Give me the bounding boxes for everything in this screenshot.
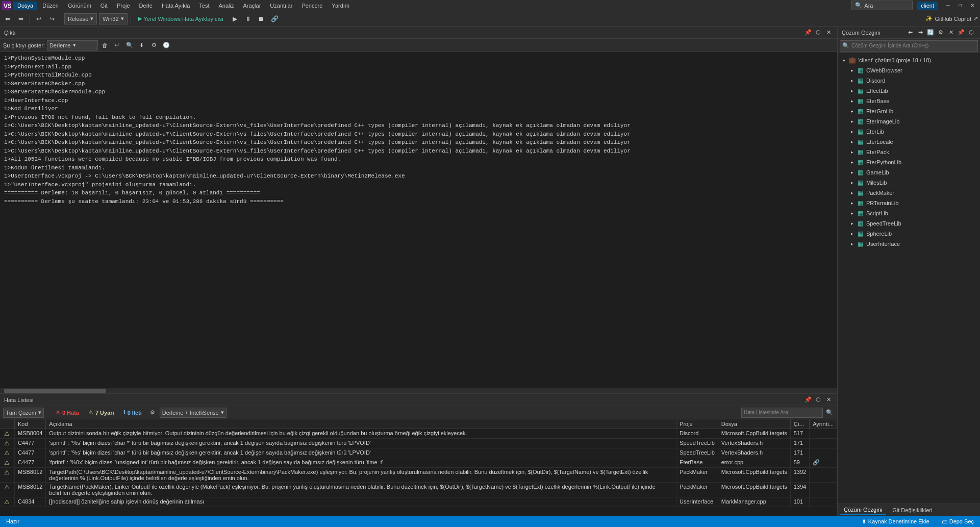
- restore-button[interactable]: □: [954, 2, 966, 10]
- solution-float-btn[interactable]: ⬡: [967, 28, 976, 37]
- warnings-filter-btn[interactable]: ⚠ 7 Uyarı: [85, 408, 118, 417]
- output-content[interactable]: 1>PythonSystemModule.cpp 1>PythonTextTai…: [0, 52, 837, 388]
- table-row[interactable]: ⚠ MSB8004 Output dizinini sonda bir eğik…: [0, 429, 837, 439]
- error-search-box[interactable]: Hata Listesinde Ara: [741, 408, 823, 418]
- cwebbrowser-expand-icon[interactable]: [848, 66, 856, 74]
- pause-btn[interactable]: ⏸: [242, 13, 254, 24]
- col-line[interactable]: Çı...: [790, 419, 809, 429]
- output-float-btn[interactable]: ⬡: [814, 28, 823, 37]
- stop-btn[interactable]: ⏹: [256, 13, 267, 24]
- solution-toolbar-btn5[interactable]: ✕: [946, 28, 956, 37]
- footer-tab-solution[interactable]: Çözüm Gezgini: [840, 506, 886, 515]
- menu-duzen[interactable]: Düzen: [38, 2, 63, 10]
- platform-dropdown[interactable]: Win32: [99, 13, 127, 24]
- github-copilot[interactable]: ✨ GitHub Copilot ↗: [925, 15, 978, 22]
- table-row[interactable]: ⚠ MSB8012 TargetPath(C:\Users\BCK\Deskto…: [0, 468, 837, 483]
- menu-derle[interactable]: Derle: [135, 2, 157, 10]
- output-pin-btn[interactable]: 📌: [803, 28, 813, 37]
- table-row[interactable]: ⚠ C4834 [[nodiscard]] özniteliğine sahip…: [0, 497, 837, 507]
- menu-gorunum[interactable]: Görünüm: [64, 2, 95, 10]
- error-settings-btn[interactable]: ⚙: [147, 408, 158, 418]
- run-button[interactable]: ▶ Yerel Windows Hata Ayıklayıcısı: [134, 14, 228, 23]
- status-ready[interactable]: Hazır: [4, 518, 21, 524]
- tree-item-userinterface[interactable]: ▦ UserInterface: [838, 239, 980, 249]
- status-repo[interactable]: 🗃 Depo Seç: [940, 518, 976, 524]
- toolbar-btn-1[interactable]: ⬅: [2, 13, 13, 24]
- mileslib-expand-icon[interactable]: [848, 179, 856, 187]
- col-code[interactable]: Kod: [15, 419, 46, 429]
- tree-item-etergrnlib[interactable]: ▦ EterGrnLib: [838, 106, 980, 116]
- error-filter-dropdown[interactable]: Derleme + IntelliSense: [160, 408, 227, 418]
- close-button[interactable]: ✕: [967, 2, 978, 10]
- error-close-btn[interactable]: ✕: [824, 395, 833, 405]
- tree-item-packmaker[interactable]: ▦ PackMaker: [838, 188, 980, 198]
- footer-tab-git[interactable]: Git Değişiklikleri: [888, 506, 936, 514]
- output-wrap-btn[interactable]: ↵: [112, 40, 122, 51]
- table-row[interactable]: ⚠ MSB8012 TargetName(PackMaker), Linker …: [0, 483, 837, 497]
- toolbar-undo[interactable]: ↩: [33, 13, 44, 24]
- tree-item-spherelib[interactable]: ▦ SphereLib: [838, 229, 980, 239]
- gamelib-expand-icon[interactable]: [848, 168, 856, 177]
- tree-item-eterlib[interactable]: ▦ EterLib: [838, 127, 980, 137]
- menu-dosya[interactable]: Dosya: [13, 2, 37, 10]
- tree-item-gamelib[interactable]: ▦ GameLib: [838, 167, 980, 178]
- table-row[interactable]: ⚠ C4477 'fprintf' : '%0x' biçim dizesi '…: [0, 458, 837, 468]
- etergrnlib-expand-icon[interactable]: [848, 107, 856, 115]
- solution-tree[interactable]: 💼 'client' çözümü (proje 18 / 18) ▦ CWeb…: [838, 53, 980, 504]
- messages-filter-btn[interactable]: ℹ 0 İleti: [120, 408, 145, 417]
- tree-item-mileslib[interactable]: ▦ MilesLib: [838, 178, 980, 188]
- errors-filter-btn[interactable]: ✕ 0 Hata: [52, 408, 83, 417]
- tree-item-eterbase[interactable]: ▦ EterBase: [838, 96, 980, 106]
- output-close-btn[interactable]: ✕: [824, 28, 833, 37]
- search-box[interactable]: 🔍 Ara: [851, 1, 913, 10]
- tree-item-speedtreelib[interactable]: ▦ SpeedTreeLib: [838, 218, 980, 229]
- menu-analiz[interactable]: Analiz: [215, 2, 238, 10]
- tree-item-erimagelib[interactable]: ▦ EterImageLib: [838, 116, 980, 127]
- config-dropdown[interactable]: Release: [64, 13, 97, 24]
- error-float-btn[interactable]: ⬡: [814, 395, 823, 405]
- speedtreelib-expand-icon[interactable]: [848, 219, 856, 228]
- solution-toolbar-btn2[interactable]: ➡: [916, 28, 925, 37]
- eterbase-expand-icon[interactable]: [848, 97, 856, 105]
- eterpack-expand-icon[interactable]: [848, 148, 856, 156]
- output-clear-btn[interactable]: 🗑: [100, 40, 110, 51]
- minimize-button[interactable]: ─: [942, 2, 953, 10]
- table-row[interactable]: ⚠ C4477 'sprintf' : '%s' biçim dizesi 'c…: [0, 439, 837, 448]
- output-scroll-btn[interactable]: ⬇: [137, 40, 147, 51]
- output-settings-btn[interactable]: ⚙: [149, 40, 159, 51]
- menu-proje[interactable]: Proje: [113, 2, 134, 10]
- tree-item-scriptlib[interactable]: ▦ ScriptLib: [838, 208, 980, 218]
- solution-toolbar-btn3[interactable]: 🔄: [926, 28, 935, 37]
- output-clock-btn[interactable]: 🕐: [161, 40, 171, 51]
- menu-hata-ayikla[interactable]: Hata Ayıkla: [158, 2, 194, 10]
- effectlib-expand-icon[interactable]: [848, 87, 856, 95]
- solution-root-item[interactable]: 💼 'client' çözümü (proje 18 / 18): [838, 55, 980, 65]
- error-list-content[interactable]: Kod Açıklama Proje Dosya Çı... Ayrıntı..…: [0, 419, 837, 516]
- toolbar-redo[interactable]: ↪: [46, 13, 58, 24]
- tree-item-eterpythonlib[interactable]: ▦ EterPythonLib: [838, 157, 980, 167]
- eterpythonlib-expand-icon[interactable]: [848, 158, 856, 166]
- tree-item-effectlib[interactable]: ▦ EffectLib: [838, 86, 980, 96]
- tree-item-prterrainlib[interactable]: ▦ PRTerrainLib: [838, 198, 980, 208]
- prterrainlib-expand-icon[interactable]: [848, 199, 856, 207]
- menu-test[interactable]: Test: [195, 2, 213, 10]
- eterlib-expand-icon[interactable]: [848, 128, 856, 136]
- menu-git[interactable]: Git: [96, 2, 112, 10]
- col-description[interactable]: Açıklama: [46, 419, 676, 429]
- solution-toolbar-btn4[interactable]: ⚙: [936, 28, 945, 37]
- error-pin-btn[interactable]: 📌: [803, 395, 813, 405]
- menu-araclar[interactable]: Araçlar: [239, 2, 265, 10]
- solution-toolbar-btn1[interactable]: ⬅: [906, 28, 915, 37]
- scriptlib-expand-icon[interactable]: [848, 209, 856, 217]
- run-extra-btn[interactable]: ▶: [229, 13, 240, 24]
- discord-expand-icon[interactable]: [848, 77, 856, 85]
- col-project[interactable]: Proje: [676, 419, 718, 429]
- output-find-btn[interactable]: 🔍: [124, 40, 135, 51]
- col-file[interactable]: Dosya: [718, 419, 790, 429]
- error-scope-dropdown[interactable]: Tüm Çözüm: [3, 408, 44, 418]
- toolbar-btn-2[interactable]: ➡: [15, 13, 27, 24]
- attach-btn[interactable]: 🔗: [269, 13, 280, 24]
- menu-uzantilar[interactable]: Uzantılar: [266, 2, 296, 10]
- col-detail[interactable]: Ayrıntı...: [810, 419, 837, 429]
- tree-item-eterpack[interactable]: ▦ EterPack: [838, 147, 980, 157]
